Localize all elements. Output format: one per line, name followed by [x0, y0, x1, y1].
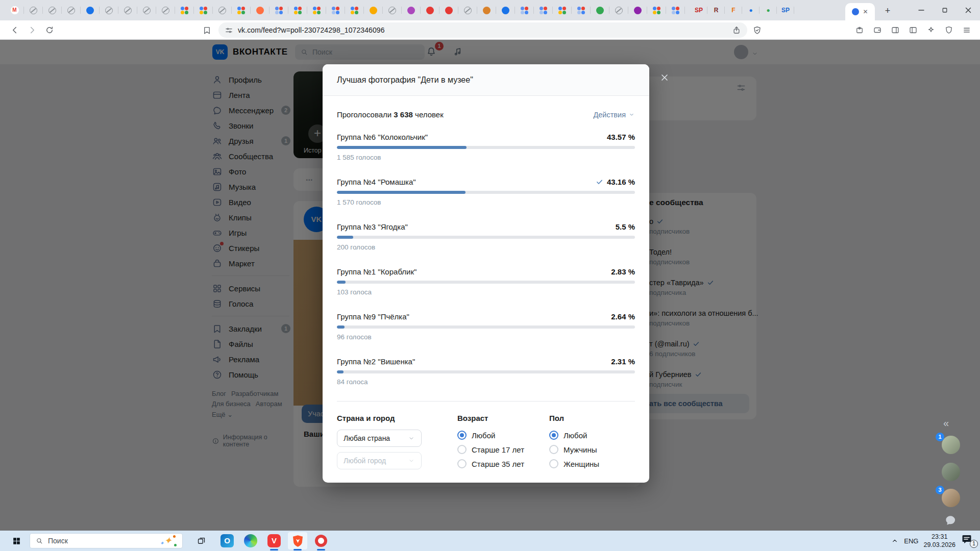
pinned-tab[interactable] — [515, 4, 534, 17]
pinned-tab[interactable] — [118, 4, 137, 17]
radio-option[interactable]: Женщины — [549, 458, 599, 469]
poll-option[interactable]: Группа №2 "Вишенка" 2.31 % 84 голоса — [337, 357, 635, 386]
search-highlights-icon[interactable]: ✦✦ — [160, 535, 177, 547]
wallet-icon[interactable] — [870, 22, 885, 38]
language-indicator[interactable]: ENG — [904, 537, 918, 545]
pinned-tab[interactable] — [156, 4, 175, 17]
notification-center-icon[interactable]: 1 — [961, 533, 976, 548]
pinned-tab[interactable] — [364, 4, 383, 17]
url-bar[interactable]: vk.com/feed?w=poll-230724298_1072346096 — [218, 22, 747, 38]
poll-option[interactable]: Группа №1 "Кораблик" 2.83 % 103 голоса — [337, 267, 635, 296]
pinned-tab[interactable] — [666, 4, 685, 17]
forward-button[interactable] — [24, 22, 40, 38]
poll-option[interactable]: Группа №4 "Ромашка" 43.16 % 1 570 голосо… — [337, 177, 635, 206]
actions-dropdown[interactable]: Действия — [593, 111, 635, 119]
radio-option[interactable]: Любой — [549, 430, 599, 441]
start-button[interactable] — [6, 531, 27, 551]
pinned-tab[interactable]: ● — [742, 4, 760, 17]
poll-option[interactable]: Группа №3 "Ягодка" 5.5 % 200 голосов — [337, 222, 635, 251]
taskbar-app-outlook[interactable]: O — [215, 531, 239, 551]
pinned-tab[interactable] — [647, 4, 666, 17]
menu-icon[interactable] — [960, 22, 974, 38]
pinned-tab[interactable] — [591, 4, 609, 17]
pinned-tab[interactable] — [194, 4, 213, 17]
pinned-tab[interactable] — [496, 4, 515, 17]
pinned-tab[interactable] — [534, 4, 553, 17]
back-button[interactable] — [7, 22, 22, 38]
chat-bubble-icon[interactable] — [944, 514, 957, 527]
pinned-tab[interactable]: SP — [690, 4, 707, 17]
pinned-tab[interactable] — [628, 4, 647, 17]
tray-chevron-up-icon[interactable] — [891, 537, 899, 545]
pinned-tab[interactable] — [100, 4, 118, 17]
poll-option-percent: 2.83 % — [611, 267, 635, 276]
pinned-tab[interactable] — [383, 4, 402, 17]
extensions-icon[interactable] — [852, 22, 867, 38]
modal-close-icon[interactable] — [659, 72, 670, 83]
active-tab[interactable]: ✕ — [845, 3, 875, 20]
vpn-shield-icon[interactable] — [942, 22, 956, 38]
pinned-tab[interactable] — [251, 4, 270, 17]
minimize-button[interactable] — [910, 0, 933, 20]
pinned-tab[interactable] — [62, 4, 81, 17]
dock-avatar[interactable] — [942, 489, 960, 507]
pinned-tab[interactable] — [137, 4, 156, 17]
dock-avatar[interactable] — [942, 436, 960, 454]
pinned-tab[interactable] — [402, 4, 421, 17]
new-tab-button[interactable]: + — [881, 4, 894, 17]
tab-close-icon[interactable]: ✕ — [863, 8, 868, 15]
radio-option[interactable]: Мужчины — [549, 444, 599, 455]
reading-panel-icon[interactable] — [906, 22, 920, 38]
site-settings-icon[interactable] — [225, 26, 233, 35]
pinned-tab[interactable] — [307, 4, 326, 17]
pinned-tab[interactable]: SP — [777, 4, 794, 17]
pinned-tab[interactable] — [270, 4, 288, 17]
taskbar-app-brave[interactable] — [286, 531, 309, 551]
pinned-tab[interactable] — [421, 4, 439, 17]
poll-option[interactable]: Группа №6 "Колокольчик" 43.57 % 1 585 го… — [337, 132, 635, 161]
sidebar-toggle-icon[interactable] — [888, 22, 902, 38]
chevron-down-icon — [628, 111, 635, 118]
poll-option[interactable]: Группа №9 "Пчёлка" 2.64 % 96 голосов — [337, 312, 635, 341]
pinned-tab[interactable] — [553, 4, 572, 17]
radio-option[interactable]: Старше 17 лет — [457, 444, 549, 455]
pinned-tab[interactable] — [345, 4, 364, 17]
country-select[interactable]: Любая страна — [337, 430, 422, 447]
pinned-tab[interactable] — [43, 4, 62, 17]
taskbar-app-edge[interactable] — [239, 531, 262, 551]
dock-avatar[interactable] — [942, 463, 960, 481]
pinned-tab[interactable] — [24, 4, 43, 17]
pinned-tab[interactable] — [213, 4, 232, 17]
pinned-tab[interactable] — [458, 4, 477, 17]
maximize-button[interactable] — [933, 0, 957, 20]
share-icon[interactable] — [732, 26, 741, 35]
reload-button[interactable] — [42, 22, 57, 38]
radio-option[interactable]: Старше 35 лет — [457, 458, 549, 469]
taskbar-app-vivaldi[interactable]: V — [262, 531, 286, 551]
pinned-tab[interactable] — [439, 4, 458, 17]
radio-option[interactable]: Любой — [457, 430, 549, 441]
pinned-tab[interactable]: M — [5, 4, 24, 17]
pinned-tab[interactable] — [175, 4, 194, 17]
pinned-tab[interactable] — [232, 4, 251, 17]
city-select[interactable]: Любой город — [337, 452, 422, 469]
pinned-tab[interactable]: R — [707, 4, 725, 17]
radio-icon — [457, 445, 467, 454]
pinned-tab[interactable]: ● — [760, 4, 777, 17]
bookmark-icon[interactable] — [199, 22, 214, 38]
task-view-icon[interactable] — [191, 531, 211, 551]
pinned-tab[interactable] — [81, 4, 100, 17]
pinned-tab[interactable] — [288, 4, 307, 17]
pinned-tab[interactable] — [609, 4, 628, 17]
clock[interactable]: 23:31 29.03.2026 — [923, 533, 955, 549]
rewards-sparkle-icon[interactable] — [924, 22, 938, 38]
pinned-tab[interactable] — [477, 4, 496, 17]
brave-shield-icon[interactable] — [749, 22, 765, 38]
close-window-button[interactable] — [957, 0, 980, 20]
pinned-tab[interactable]: F — [725, 4, 742, 17]
pinned-tab[interactable] — [572, 4, 591, 17]
pinned-tab[interactable] — [326, 4, 345, 17]
taskbar-search[interactable]: Поиск ✦✦ — [30, 533, 183, 548]
taskbar-app-opera[interactable] — [309, 531, 333, 551]
dock-collapse-icon[interactable]: « — [943, 417, 948, 429]
